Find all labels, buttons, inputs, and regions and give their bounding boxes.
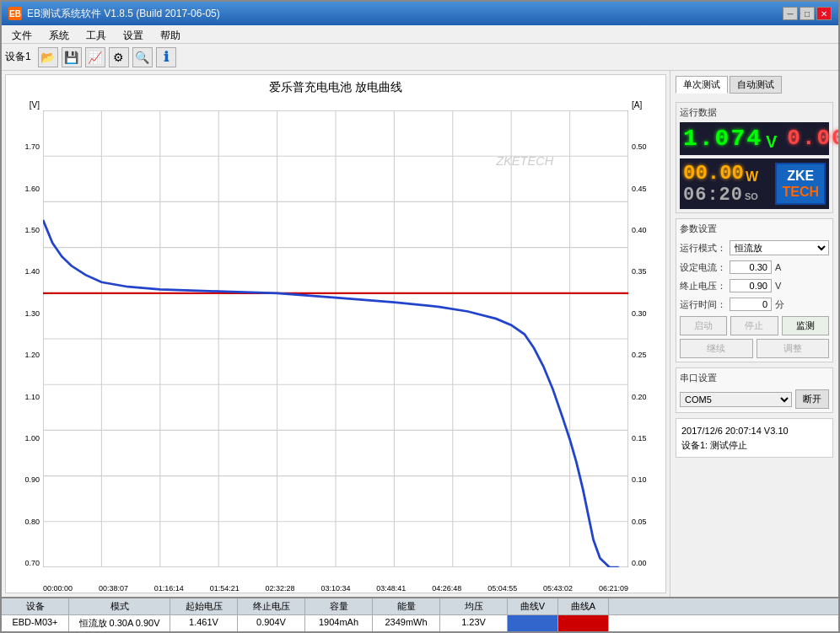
maximize-button[interactable]: □ [800,7,815,20]
menu-system[interactable]: 系统 [42,27,76,41]
serial-port-select[interactable]: COM5 [680,392,792,407]
header-capacity: 容量 [305,598,373,614]
main-content: 爱乐普充电电池 放电曲线 [V] 1.70 1.60 1.50 1.40 1.3… [2,71,838,597]
y-left-tick-0: 1.70 [24,142,40,151]
table-row: EBD-M03+ 恒流放 0.30A 0.90V 1.461V 0.904V 1… [2,615,838,631]
toolbar: 设备1 📂 💾 📈 ⚙ 🔍 ℹ [2,44,838,71]
serial-section: 串口设置 COM5 断开 [676,367,833,413]
status-line1: 2017/12/6 20:07:14 V3.10 [681,424,827,438]
chart-button[interactable]: 📈 [85,47,105,67]
title-bar: EB EB测试系统软件 V1.8.5 (Build 2017-06-05) ─ … [2,2,838,25]
chart-svg: ZKETECH [43,110,628,567]
cell-end-v: 0.904V [238,615,305,631]
y-right-tick-8: 0.10 [632,475,647,484]
tab-single-test[interactable]: 单次测试 [676,76,728,94]
x-tick-4: 02:32:28 [266,584,295,593]
stop-button[interactable]: 停止 [730,316,778,335]
cell-device: EBD-M03+ [2,615,69,631]
adjust-button[interactable]: 调整 [757,339,830,358]
menu-help[interactable]: 帮助 [153,27,187,41]
run-time-row: 运行时间： 分 [680,298,829,311]
y-left-label: [V] [30,100,40,110]
mode-row: 运行模式： 恒流放 [680,240,829,255]
y-right-tick-4: 0.30 [632,309,647,318]
y-right-tick-6: 0.20 [632,393,647,401]
mode-select[interactable]: 恒流放 [730,240,829,255]
zke-line1: ZKE [782,168,819,184]
y-right-label: [A] [632,100,642,110]
header-curve-v: 曲线V [508,598,558,614]
minimize-button[interactable]: ─ [783,7,798,20]
cell-curve-a [558,615,609,631]
current-display-val: 0.000 [787,126,838,152]
power-time-display: 00.00 W 06:20 SO ZKE TECH [680,158,829,209]
run-time-input[interactable] [730,298,772,311]
power-unit: W [746,169,758,185]
device-label: 设备1 [5,50,31,64]
mode-label: 运行模式： [680,242,726,255]
save-button[interactable]: 💾 [62,47,82,67]
header-end-v: 终止电压 [238,598,305,614]
zke-logo: ZKE TECH [775,163,826,205]
zke-line2: TECH [782,184,819,200]
current-set-label: 设定电流： [680,261,726,274]
open-button[interactable]: 📂 [38,47,58,67]
control-buttons: 启动 停止 监测 [680,316,829,335]
continue-button[interactable]: 继续 [680,339,753,358]
current-unit2: A [775,262,781,272]
x-tick-8: 05:04:55 [487,584,517,593]
y-left-tick-1: 1.60 [24,185,40,193]
settings-button[interactable]: ⚙ [109,47,129,67]
cell-capacity: 1904mAh [305,615,373,631]
header-curve-a: 曲线A [558,598,609,614]
y-left-tick-2: 1.50 [24,226,40,234]
chart-title: 爱乐普充电电池 放电曲线 [6,75,665,100]
power-time-left: 00.00 W 06:20 SO [683,162,758,206]
y-right-tick-9: 0.05 [632,518,647,526]
tab-auto-test[interactable]: 自动测试 [730,76,782,94]
serial-disconnect-button[interactable]: 断开 [795,389,829,409]
y-left-tick-5: 1.20 [24,351,40,359]
menu-file[interactable]: 文件 [5,27,39,41]
voltage-current-display: 1.074 V 0.000 A [680,122,829,155]
params-title: 参数设置 [680,223,829,235]
serial-title: 串口设置 [680,372,829,384]
x-tick-2: 01:16:14 [154,584,184,593]
table-header: 设备 模式 起始电压 终止电压 容量 能量 均压 曲线V 曲线A [2,598,838,615]
header-device: 设备 [2,598,69,614]
cell-curve-v [508,615,558,631]
y-left-tick-10: 0.70 [24,559,40,567]
menu-tools[interactable]: 工具 [79,27,113,41]
run-time-label: 运行时间： [680,298,726,311]
info-button[interactable]: ℹ [156,47,176,67]
current-input[interactable] [730,260,772,274]
x-tick-7: 04:26:48 [432,584,461,593]
header-start-v: 起始电压 [170,598,238,614]
time-row: 06:20 SO [683,185,758,206]
y-right-tick-7: 0.15 [632,434,647,443]
voltage-end-unit: V [775,281,781,291]
params-section: 参数设置 运行模式： 恒流放 设定电流： A 终止电压： V [676,218,833,362]
serial-row: COM5 断开 [680,389,829,409]
y-left-tick-3: 1.40 [24,267,40,276]
y-left-tick-6: 1.10 [24,393,40,401]
time-unit: SO [745,191,758,201]
menu-settings[interactable]: 设置 [116,27,150,41]
x-tick-1: 00:38:07 [99,584,128,593]
main-window: EB EB测试系统软件 V1.8.5 (Build 2017-06-05) ─ … [0,0,840,633]
voltage-end-input[interactable] [730,279,772,292]
control-buttons-2: 继续 调整 [680,339,829,358]
x-tick-6: 03:48:41 [376,584,406,593]
y-left-tick-9: 0.80 [24,518,40,526]
y-right-tick-0: 0.50 [632,142,647,151]
bottom-table: 设备 模式 起始电压 终止电压 容量 能量 均压 曲线V 曲线A EBD-M03… [2,597,838,631]
y-right-tick-1: 0.45 [632,185,647,193]
start-button[interactable]: 启动 [680,316,727,335]
close-button[interactable]: ✕ [816,7,832,20]
voltage-end-row: 终止电压： V [680,279,829,292]
app-icon: EB [8,7,22,20]
zoom-button[interactable]: 🔍 [132,47,153,67]
cell-start-v: 1.461V [170,615,238,631]
x-tick-3: 01:54:21 [210,584,240,593]
monitor-button[interactable]: 监测 [782,316,829,335]
